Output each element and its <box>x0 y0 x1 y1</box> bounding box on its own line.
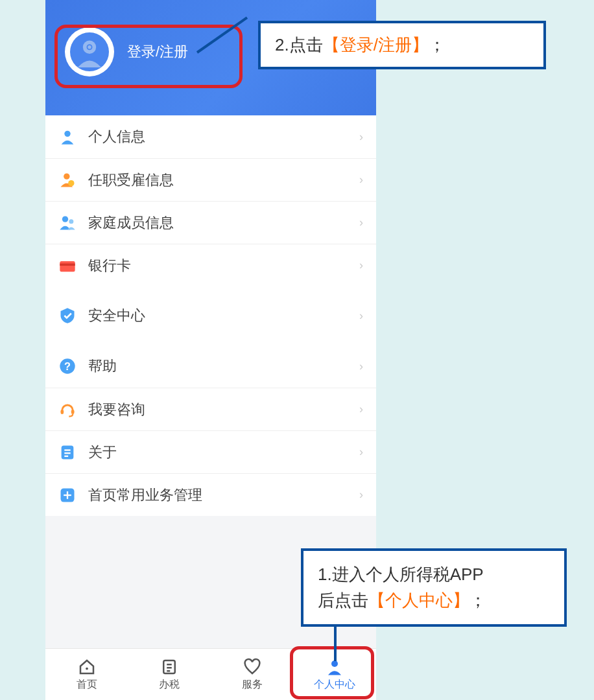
menu-label: 任职受雇信息 <box>88 170 359 190</box>
svg-rect-12 <box>61 410 64 414</box>
menu-item-family-info[interactable]: 家庭成员信息 › <box>45 201 376 244</box>
callout-highlight: 【登录/注册】 <box>323 35 429 54</box>
settings-list: 个人信息 › 任职受雇信息 › 家庭成员信息 › 银行卡 › 安全 <box>45 115 376 516</box>
svg-rect-20 <box>64 494 71 495</box>
tab-home[interactable]: 首页 <box>45 649 128 700</box>
help-icon: ? <box>58 357 77 375</box>
svg-point-3 <box>64 131 70 137</box>
menu-item-security-center[interactable]: 安全中心 › <box>45 294 376 337</box>
menu-label: 帮助 <box>88 356 359 376</box>
avatar[interactable] <box>65 27 114 76</box>
home-icon <box>77 657 97 677</box>
menu-item-help[interactable]: ? 帮助 › <box>45 345 376 388</box>
svg-rect-16 <box>64 452 70 454</box>
menu-label: 个人信息 <box>88 127 359 146</box>
settings-group-1: 安全中心 › <box>45 294 376 337</box>
callout-text: 2.点击 <box>275 35 323 54</box>
svg-rect-13 <box>71 410 75 414</box>
chevron-right-icon: › <box>359 402 363 416</box>
menu-item-consult[interactable]: 我要咨询 › <box>45 388 376 430</box>
tab-label: 首页 <box>77 678 97 692</box>
plus-icon <box>58 486 77 504</box>
chevron-right-icon: › <box>359 216 363 229</box>
chevron-right-icon: › <box>359 309 363 323</box>
chevron-right-icon: › <box>359 360 363 373</box>
tab-profile[interactable]: 个人中心 <box>294 649 377 700</box>
person-icon <box>58 128 77 146</box>
callout-text: ； <box>429 35 446 54</box>
service-icon <box>243 657 262 677</box>
menu-item-homepage-mgmt[interactable]: 首页常用业务管理 › <box>45 473 376 516</box>
svg-point-23 <box>331 660 338 667</box>
chevron-right-icon: › <box>359 173 363 187</box>
svg-text:?: ? <box>64 360 71 372</box>
svg-rect-15 <box>64 449 70 450</box>
menu-label: 关于 <box>88 443 359 462</box>
svg-point-6 <box>62 216 68 222</box>
menu-item-employment-info[interactable]: 任职受雇信息 › <box>45 158 376 201</box>
svg-rect-9 <box>60 263 75 266</box>
annotation-callout-step1: 1.进入个人所得税APP 后点击【个人中心】； <box>301 548 567 627</box>
doc-icon <box>58 443 77 461</box>
card-icon <box>58 257 77 275</box>
tab-bar: 首页 办税 服务 个人中心 <box>45 648 376 700</box>
svg-point-4 <box>64 173 69 179</box>
login-register-label[interactable]: 登录/注册 <box>127 42 188 62</box>
svg-point-1 <box>83 41 96 54</box>
settings-group-2: ? 帮助 › 我要咨询 › 关于 › 首页常用业务管理 › <box>45 345 376 516</box>
chevron-right-icon: › <box>359 259 363 272</box>
menu-item-bank-card[interactable]: 银行卡 › <box>45 244 376 286</box>
headset-icon <box>58 401 77 419</box>
callout-text: 后点击 <box>318 590 368 610</box>
callout-highlight: 【个人中心】 <box>368 590 469 610</box>
svg-point-7 <box>69 219 73 224</box>
tab-label: 服务 <box>242 678 263 692</box>
svg-rect-17 <box>64 455 68 456</box>
family-icon <box>58 214 77 232</box>
menu-label: 安全中心 <box>88 306 359 325</box>
chevron-right-icon: › <box>359 130 363 144</box>
tab-service[interactable]: 服务 <box>211 649 294 700</box>
shield-icon <box>58 307 77 325</box>
svg-rect-8 <box>60 261 75 272</box>
menu-label: 我要咨询 <box>88 400 359 419</box>
chevron-right-icon: › <box>359 488 363 502</box>
settings-group-0: 个人信息 › 任职受雇信息 › 家庭成员信息 › 银行卡 › <box>45 115 376 286</box>
tax-icon <box>160 657 179 677</box>
svg-point-21 <box>86 668 88 670</box>
callout-text: 1.进入个人所得税APP <box>318 565 484 584</box>
menu-item-personal-info[interactable]: 个人信息 › <box>45 115 376 158</box>
person-badge-icon <box>58 171 77 189</box>
menu-label: 银行卡 <box>88 256 359 275</box>
menu-label: 首页常用业务管理 <box>88 485 359 505</box>
callout-text: ； <box>469 590 486 610</box>
annotation-callout-step2: 2.点击【登录/注册】； <box>258 21 546 69</box>
profile-icon <box>325 657 344 677</box>
tab-label: 办税 <box>159 678 180 692</box>
svg-point-5 <box>68 180 74 186</box>
menu-label: 家庭成员信息 <box>88 213 359 233</box>
tab-label: 个人中心 <box>314 678 355 692</box>
menu-item-about[interactable]: 关于 › <box>45 430 376 473</box>
avatar-placeholder-icon <box>70 32 109 71</box>
tab-tax[interactable]: 办税 <box>128 649 211 700</box>
chevron-right-icon: › <box>359 445 363 459</box>
